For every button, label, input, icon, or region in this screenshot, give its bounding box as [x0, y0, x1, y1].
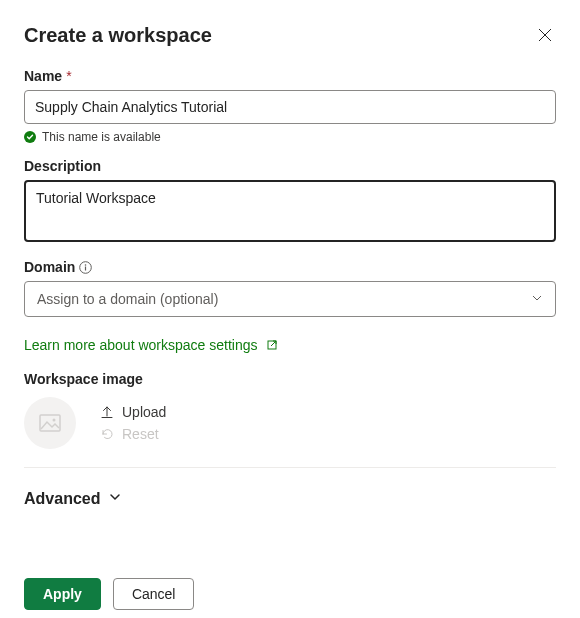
name-availability-row: This name is available: [24, 130, 556, 144]
workspace-image-label: Workspace image: [24, 371, 556, 387]
svg-point-5: [53, 419, 56, 422]
reset-button: Reset: [100, 426, 166, 442]
info-icon: [79, 261, 92, 274]
name-availability-text: This name is available: [42, 130, 161, 144]
divider: [24, 467, 556, 468]
learn-more-text: Learn more about workspace settings: [24, 337, 257, 353]
close-button[interactable]: [534, 24, 556, 48]
description-label: Description: [24, 158, 556, 174]
svg-point-1: [85, 264, 87, 266]
chevron-down-icon: [531, 291, 543, 307]
advanced-label: Advanced: [24, 490, 100, 508]
description-field: Description: [24, 158, 556, 245]
domain-field: Domain Assign to a domain (optional): [24, 259, 556, 317]
name-field: Name * This name is available: [24, 68, 556, 144]
name-label: Name *: [24, 68, 556, 84]
apply-button[interactable]: Apply: [24, 578, 101, 610]
workspace-image-row: Upload Reset: [24, 397, 556, 449]
workspace-image-actions: Upload Reset: [100, 404, 166, 442]
dialog-title: Create a workspace: [24, 24, 212, 47]
name-label-text: Name: [24, 68, 62, 84]
external-link-icon: [265, 338, 279, 352]
upload-icon: [100, 405, 114, 419]
domain-label-text: Domain: [24, 259, 75, 275]
close-icon: [538, 28, 552, 42]
cancel-button[interactable]: Cancel: [113, 578, 195, 610]
description-input[interactable]: [24, 180, 556, 242]
upload-label: Upload: [122, 404, 166, 420]
domain-label: Domain: [24, 259, 556, 275]
required-asterisk: *: [66, 68, 71, 84]
dialog-footer: Apply Cancel: [24, 578, 556, 610]
domain-select[interactable]: Assign to a domain (optional): [24, 281, 556, 317]
chevron-down-icon: [108, 490, 122, 508]
undo-icon: [100, 427, 114, 441]
advanced-toggle[interactable]: Advanced: [24, 490, 122, 508]
upload-button[interactable]: Upload: [100, 404, 166, 420]
dialog-header: Create a workspace: [24, 24, 556, 48]
image-icon: [37, 410, 63, 436]
learn-more-link[interactable]: Learn more about workspace settings: [24, 337, 279, 353]
svg-rect-4: [40, 415, 60, 431]
name-input[interactable]: [24, 90, 556, 124]
check-circle-icon: [24, 131, 36, 143]
domain-select-value: Assign to a domain (optional): [37, 291, 218, 307]
svg-rect-2: [85, 266, 86, 270]
workspace-image-placeholder: [24, 397, 76, 449]
reset-label: Reset: [122, 426, 159, 442]
